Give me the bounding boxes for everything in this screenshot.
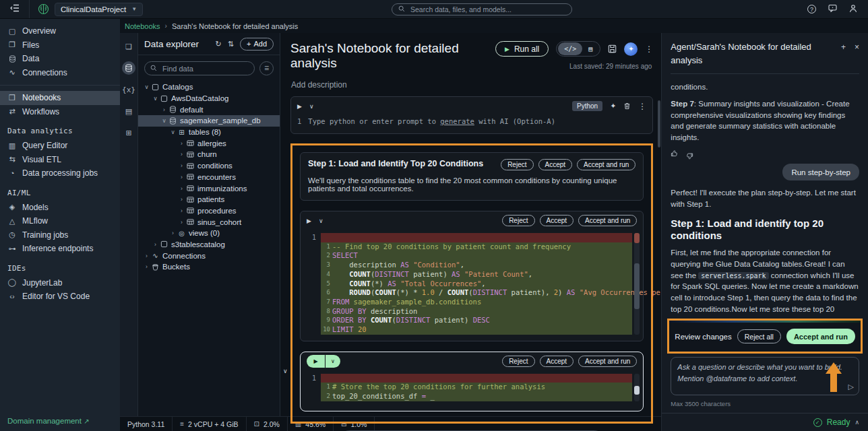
run-all-button[interactable]: ▶ Run all bbox=[495, 41, 549, 57]
brand-logo-icon[interactable] bbox=[38, 3, 49, 15]
chevron-down-icon[interactable]: ∨ bbox=[319, 218, 323, 224]
send-icon[interactable]: ▷ bbox=[848, 383, 854, 391]
chevron-right-icon[interactable]: › bbox=[143, 253, 150, 259]
chevron-down-icon[interactable]: ∨ bbox=[169, 129, 177, 135]
run-step-by-step-button[interactable]: Run step-by-step bbox=[782, 164, 859, 180]
sidebar-item-files[interactable]: ❐Files bbox=[0, 38, 120, 53]
reject-button[interactable]: Reject bbox=[501, 159, 533, 170]
sidebar-item-data[interactable]: Data bbox=[0, 52, 120, 66]
chevron-down-icon[interactable]: ∨ bbox=[309, 103, 314, 110]
kernel-badge[interactable]: Python bbox=[572, 101, 602, 111]
cell-scrollbar[interactable] bbox=[634, 233, 640, 335]
chevron-right-icon[interactable]: › bbox=[178, 219, 185, 226]
kebab-menu-icon[interactable]: ⋮ bbox=[645, 44, 653, 54]
sidebar-item-mlflow[interactable]: △MLflow bbox=[0, 214, 120, 228]
sidebar-collapse-button[interactable] bbox=[0, 0, 30, 18]
add-description[interactable]: Add description bbox=[291, 80, 653, 90]
sidebar-item-jupyterlab[interactable]: ◯JupyterLab bbox=[0, 276, 120, 290]
run-options-button[interactable]: ∨ bbox=[326, 355, 340, 368]
sidebar-item-data-processing-jobs[interactable]: ◔Data processing jobs bbox=[0, 166, 120, 180]
sidebar-item-overview[interactable]: ▢Overview bbox=[0, 24, 120, 38]
chevron-right-icon[interactable]: › bbox=[178, 196, 185, 203]
list-tab-icon[interactable]: ▤ bbox=[122, 104, 135, 118]
sidebar-item-models[interactable]: ◈Models bbox=[0, 201, 120, 215]
status-python-3-11[interactable]: Python 3.11 bbox=[120, 417, 173, 431]
tree-item-conditions[interactable]: ›conditions bbox=[138, 160, 280, 172]
tree-item-catalogs[interactable]: ∨Catalogs bbox=[138, 81, 280, 93]
filter-button[interactable]: ☰ bbox=[259, 61, 274, 75]
reject-button[interactable]: Reject bbox=[502, 215, 534, 226]
sidebar-item-connections[interactable]: ∿Connections bbox=[0, 66, 120, 80]
accept-and-run-button[interactable]: Accept and run bbox=[578, 356, 637, 367]
collapse-all-icon[interactable]: ⇅ bbox=[228, 40, 234, 48]
chevron-right-icon[interactable]: › bbox=[160, 106, 168, 113]
tree-item-buckets[interactable]: ›Buckets bbox=[138, 261, 280, 273]
tree-item-sagemaker-sample-db[interactable]: ∨sagemaker_sample_db bbox=[138, 115, 280, 127]
chevron-right-icon[interactable]: › bbox=[152, 241, 159, 248]
accept-and-run-button[interactable]: Accept and run bbox=[577, 159, 636, 170]
chevron-right-icon[interactable]: › bbox=[178, 207, 185, 214]
run-cell-button[interactable]: ▶ bbox=[307, 355, 325, 368]
refresh-icon[interactable]: ↻ bbox=[216, 40, 222, 48]
global-search-input[interactable] bbox=[409, 5, 565, 14]
new-chat-icon[interactable]: + bbox=[841, 42, 846, 67]
kebab-menu-icon[interactable]: ⋮ bbox=[638, 102, 646, 111]
run-cell-icon[interactable]: ▶ bbox=[297, 103, 302, 110]
generate-link[interactable]: generate bbox=[440, 117, 474, 125]
ai-assistant-button[interactable]: ✦ bbox=[624, 42, 638, 56]
sidebar-item-training-jobs[interactable]: ◷Training jobs bbox=[0, 228, 120, 242]
chevron-down-icon[interactable]: ∨ bbox=[160, 117, 168, 124]
sidebar-item-query-editor[interactable]: ▥Query Editor bbox=[0, 139, 120, 153]
sidebar-item-domain-management[interactable]: Domain management ↗ bbox=[0, 417, 120, 431]
chevron-down-icon[interactable]: ∨ bbox=[152, 95, 159, 102]
tree-item-allergies[interactable]: ›allergies bbox=[138, 137, 280, 149]
code-view-toggle[interactable]: </> bbox=[558, 42, 582, 55]
prompt-line[interactable]: Type python or enter prompt to generate … bbox=[308, 117, 555, 125]
chevron-right-icon[interactable]: › bbox=[143, 263, 150, 270]
accept-button[interactable]: Accept bbox=[540, 356, 574, 367]
thumbs-up-icon[interactable] bbox=[671, 149, 678, 160]
chevron-right-icon[interactable]: › bbox=[178, 162, 185, 169]
reject-all-button[interactable]: Reject all bbox=[737, 329, 781, 343]
chevron-right-icon[interactable]: › bbox=[178, 174, 185, 180]
sidebar-item-workflows[interactable]: ⇄Workflows bbox=[0, 105, 120, 119]
sidebar-item-editor-for-vs-code[interactable]: ‹›Editor for VS Code bbox=[0, 290, 120, 304]
tree-item-patients[interactable]: ›patients bbox=[138, 194, 280, 205]
chevron-right-icon[interactable]: › bbox=[178, 185, 185, 192]
sidebar-item-inference-endpoints[interactable]: ⊶Inference endpoints bbox=[0, 242, 120, 256]
tree-item-default[interactable]: ›default bbox=[138, 104, 280, 115]
tree-item-sinus-cohort[interactable]: ›sinus_cohort bbox=[138, 216, 280, 228]
trash-icon[interactable] bbox=[623, 102, 631, 110]
tree-item-procedures[interactable]: ›procedures bbox=[138, 205, 280, 217]
chevron-right-icon[interactable]: › bbox=[169, 230, 177, 236]
feedback-button[interactable] bbox=[828, 4, 837, 14]
data-tab-icon[interactable] bbox=[122, 61, 135, 75]
tree-item-awsdatacatalog[interactable]: ∨AwsDataCatalog bbox=[138, 93, 280, 104]
tree-item-views-0-[interactable]: ›◎views (0) bbox=[138, 228, 280, 239]
tree-item-s3tablescatalog[interactable]: ›s3tablescatalog bbox=[138, 239, 280, 251]
cell-collapse-icon[interactable]: ∨ bbox=[283, 368, 288, 374]
chevron-up-icon[interactable]: ∧ bbox=[855, 419, 859, 426]
snippets-tab-icon[interactable]: {x} bbox=[122, 83, 135, 96]
project-switcher[interactable]: ClinicalDataProject ▼ bbox=[55, 3, 143, 16]
tree-item-tables-8-[interactable]: ∨⊞tables (8) bbox=[138, 127, 280, 138]
accept-button[interactable]: Accept bbox=[538, 159, 573, 170]
accept-button[interactable]: Accept bbox=[540, 215, 574, 226]
tree-item-churn[interactable]: ›churn bbox=[138, 149, 280, 160]
sidebar-item-visual-etl[interactable]: ⇆Visual ETL bbox=[0, 153, 120, 167]
add-data-button[interactable]: + Add bbox=[240, 38, 274, 51]
thumbs-down-icon[interactable] bbox=[686, 149, 693, 160]
chevron-right-icon[interactable]: › bbox=[178, 151, 185, 158]
close-icon[interactable]: × bbox=[855, 42, 859, 67]
reject-button[interactable]: Reject bbox=[502, 356, 534, 367]
accept-and-run-button[interactable]: Accept and run bbox=[578, 215, 637, 226]
user-menu-button[interactable] bbox=[849, 4, 857, 15]
schema-tab-icon[interactable]: ⊞ bbox=[122, 126, 135, 139]
doc-view-toggle[interactable]: ▤ bbox=[582, 42, 598, 55]
find-data-search[interactable] bbox=[144, 61, 255, 75]
tree-item-immunizations[interactable]: ›immunizations bbox=[138, 183, 280, 194]
save-icon[interactable] bbox=[608, 44, 617, 53]
files-tab-icon[interactable]: ❏ bbox=[122, 40, 135, 53]
chevron-down-icon[interactable]: ∨ bbox=[143, 84, 150, 90]
chevron-right-icon[interactable]: › bbox=[178, 140, 185, 147]
